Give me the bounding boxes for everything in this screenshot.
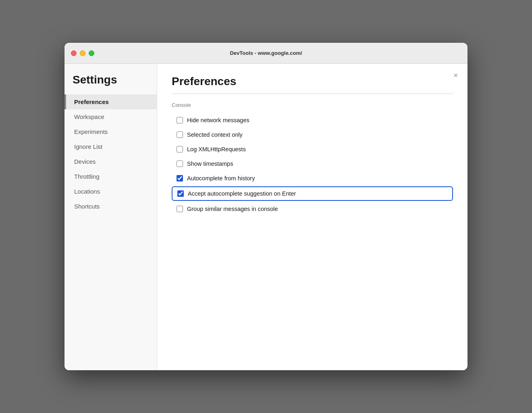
sidebar-item-workspace[interactable]: Workspace — [64, 109, 157, 124]
sidebar-item-preferences[interactable]: Preferences — [64, 94, 157, 109]
checkbox-item-group-similar: Group similar messages in console — [172, 202, 453, 215]
checkbox-item-hide-network: Hide network messages — [172, 114, 453, 127]
checkbox-accept-autocomplete[interactable] — [177, 190, 184, 197]
sidebar-heading: Settings — [64, 73, 157, 94]
sidebar-item-devices[interactable]: Devices — [64, 154, 157, 169]
checkbox-item-log-xmlhttp: Log XMLHttpRequests — [172, 143, 453, 156]
section-divider — [172, 94, 453, 94]
sidebar-item-ignore-list[interactable]: Ignore List — [64, 139, 157, 154]
sidebar-nav: Preferences Workspace Experiments Ignore… — [64, 94, 157, 214]
window-title: DevTools - www.google.com/ — [230, 50, 302, 56]
maximize-traffic-light[interactable] — [89, 50, 94, 56]
page-title: Preferences — [172, 75, 453, 88]
checkbox-item-accept-autocomplete: Accept autocomplete suggestion on Enter — [172, 186, 453, 201]
close-button[interactable]: × — [452, 70, 459, 81]
checkbox-label-autocomplete-history[interactable]: Autocomplete from history — [187, 175, 255, 181]
section-label: Console — [172, 102, 453, 108]
checkbox-show-timestamps[interactable] — [177, 161, 183, 167]
checkbox-autocomplete-history[interactable] — [177, 175, 183, 181]
checkbox-label-log-xmlhttp[interactable]: Log XMLHttpRequests — [187, 146, 246, 152]
sidebar-item-shortcuts[interactable]: Shortcuts — [64, 199, 157, 214]
sidebar-item-locations[interactable]: Locations — [64, 184, 157, 199]
sidebar-item-throttling[interactable]: Throttling — [64, 169, 157, 184]
minimize-traffic-light[interactable] — [80, 50, 85, 56]
checkbox-group-similar[interactable] — [177, 206, 183, 212]
traffic-lights — [71, 50, 94, 56]
checkbox-label-hide-network[interactable]: Hide network messages — [187, 117, 249, 123]
checkbox-log-xmlhttp[interactable] — [177, 146, 183, 152]
content-area: Settings Preferences Workspace Experimen… — [64, 64, 468, 370]
checkbox-selected-context[interactable] — [177, 131, 183, 138]
checkbox-label-show-timestamps[interactable]: Show timestamps — [187, 161, 233, 167]
sidebar-item-experiments[interactable]: Experiments — [64, 124, 157, 139]
checkbox-hide-network[interactable] — [177, 117, 183, 123]
checkbox-list: Hide network messages Selected context o… — [172, 114, 453, 215]
checkbox-label-group-similar[interactable]: Group similar messages in console — [187, 206, 278, 212]
sidebar: Settings Preferences Workspace Experimen… — [64, 64, 157, 370]
titlebar: DevTools - www.google.com/ — [64, 43, 468, 64]
checkbox-label-selected-context[interactable]: Selected context only — [187, 131, 243, 138]
main-content: × Preferences Console Hide network messa… — [157, 64, 468, 370]
checkbox-item-selected-context: Selected context only — [172, 128, 453, 141]
checkbox-label-accept-autocomplete[interactable]: Accept autocomplete suggestion on Enter — [188, 190, 296, 197]
checkbox-item-autocomplete-history: Autocomplete from history — [172, 172, 453, 185]
checkbox-item-show-timestamps: Show timestamps — [172, 157, 453, 170]
close-traffic-light[interactable] — [71, 50, 77, 56]
devtools-window: DevTools - www.google.com/ Settings Pref… — [64, 43, 468, 370]
